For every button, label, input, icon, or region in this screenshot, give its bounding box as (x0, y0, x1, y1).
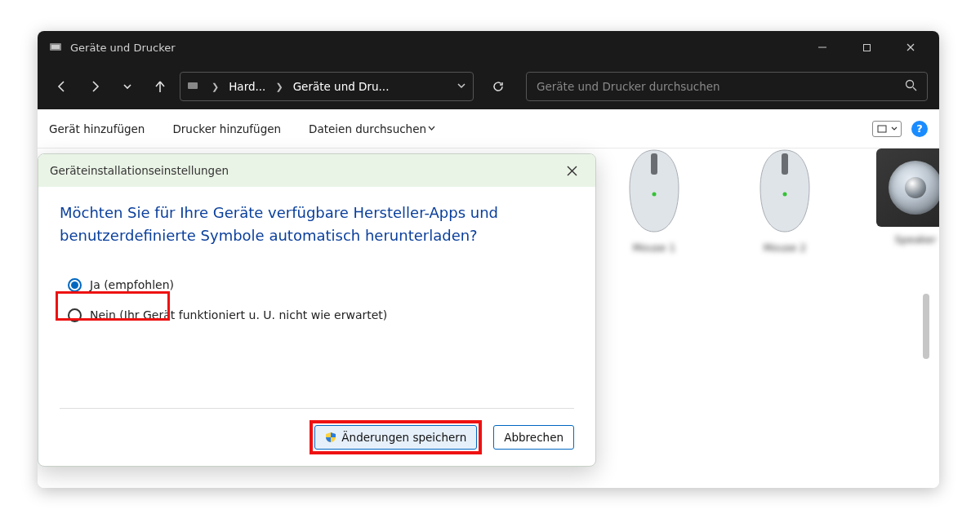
titlebar: Geräte und Drucker (38, 31, 939, 64)
device-item[interactable]: Speaker (871, 148, 939, 254)
radio-yes-label: Ja (empfohlen) (90, 278, 174, 291)
breadcrumb-root-icon (187, 80, 198, 94)
radio-no[interactable]: Nein (Ihr Gerät funktioniert u. U. nicht… (68, 308, 574, 322)
up-button[interactable] (147, 73, 173, 100)
dialog-title: Geräteinstallationseinstellungen (50, 164, 229, 177)
svg-point-13 (783, 193, 787, 197)
chevron-right-icon: ❯ (207, 82, 224, 92)
address-bar[interactable]: ❯ Hard... ❯ Geräte und Dru... (180, 72, 474, 101)
radio-no-label: Nein (Ihr Gerät funktioniert u. U. nicht… (90, 308, 387, 321)
browse-files-button[interactable]: Dateien durchsuchen (309, 122, 435, 135)
view-options-button[interactable] (872, 121, 902, 137)
explorer-window: Geräte und Drucker ❯ Hard... ❯ Geräte un… (38, 31, 939, 488)
radio-yes[interactable]: Ja (empfohlen) (68, 278, 574, 292)
svg-rect-1 (51, 45, 60, 49)
highlight-box: Änderungen speichern (310, 420, 482, 454)
search-input[interactable]: Geräte und Drucker durchsuchen (526, 72, 928, 101)
device-label: Mouse 1 (609, 241, 699, 254)
refresh-button[interactable] (483, 72, 513, 101)
svg-rect-6 (188, 82, 198, 89)
device-install-settings-dialog: Geräteinstallationseinstellungen Möchten… (38, 153, 596, 467)
uac-shield-icon (325, 432, 336, 443)
scrollbar-thumb[interactable] (923, 294, 929, 359)
svg-rect-9 (878, 126, 886, 132)
window-title: Geräte und Drucker (70, 42, 176, 54)
dialog-titlebar: Geräteinstallationseinstellungen (38, 154, 595, 187)
device-grid: Mouse 1 Mouse 2 Speaker (609, 148, 939, 254)
content-area: Mouse 1 Mouse 2 Speaker Geräteinstallati… (38, 148, 939, 488)
minimize-button[interactable] (800, 31, 844, 64)
device-item[interactable]: Mouse 1 (609, 148, 699, 254)
breadcrumb-seg-1[interactable]: Hard... (229, 80, 265, 93)
back-button[interactable] (49, 73, 75, 100)
search-placeholder: Geräte und Drucker durchsuchen (537, 80, 720, 93)
navbar: ❯ Hard... ❯ Geräte und Dru... Geräte und… (38, 64, 939, 109)
search-icon (905, 79, 917, 94)
dialog-close-button[interactable] (559, 158, 584, 183)
svg-line-8 (913, 87, 916, 91)
svg-point-7 (906, 81, 914, 88)
dialog-question: Möchten Sie für Ihre Geräte verfügbare H… (60, 202, 517, 247)
svg-point-11 (653, 193, 657, 197)
forward-button[interactable] (82, 73, 108, 100)
device-item[interactable]: Mouse 2 (740, 148, 830, 254)
chevron-right-icon: ❯ (270, 82, 287, 92)
mouse-icon (755, 148, 814, 235)
maximize-button[interactable] (844, 31, 889, 64)
speaker-icon (876, 148, 939, 227)
radio-unchecked-icon (68, 308, 82, 322)
command-bar: Gerät hinzufügen Drucker hinzufügen Date… (38, 109, 939, 148)
device-label: Speaker (871, 233, 939, 246)
breadcrumb-seg-2[interactable]: Geräte und Dru... (293, 80, 390, 93)
recent-locations-button[interactable] (114, 73, 140, 100)
device-label: Mouse 2 (740, 241, 830, 254)
devices-printers-icon (49, 41, 62, 54)
radio-checked-icon (68, 278, 82, 292)
svg-rect-3 (863, 44, 870, 51)
mouse-icon (625, 148, 684, 235)
add-device-button[interactable]: Gerät hinzufügen (49, 122, 145, 135)
cancel-button[interactable]: Abbrechen (493, 425, 574, 450)
save-changes-button[interactable]: Änderungen speichern (314, 425, 477, 450)
chevron-down-icon[interactable] (457, 80, 466, 93)
svg-rect-10 (651, 153, 657, 175)
add-printer-button[interactable]: Drucker hinzufügen (172, 122, 281, 135)
close-button[interactable] (889, 31, 933, 64)
help-button[interactable]: ? (911, 121, 928, 137)
svg-rect-12 (782, 153, 788, 175)
